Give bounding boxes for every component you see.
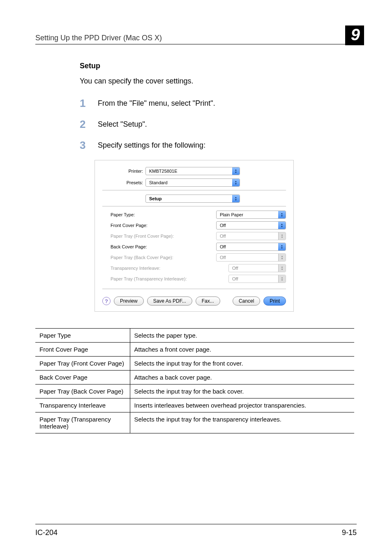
chevron-updown-icon <box>278 254 286 261</box>
tray-front-label: Paper Tray (Front Cover Page): <box>111 234 174 239</box>
section-heading: Setup <box>80 62 354 70</box>
transparency-value: Off <box>229 266 241 271</box>
step-text: Specify settings for the following: <box>98 139 205 150</box>
desc-cell: Attaches a front cover page. <box>130 343 354 357</box>
chevron-updown-icon <box>278 232 286 240</box>
step-text: From the "File" menu, select "Print". <box>98 97 215 108</box>
page-header-title: Setting Up the PPD Driver (Mac OS X) <box>35 34 162 42</box>
back-cover-label: Back Cover Page: <box>111 244 147 249</box>
term-cell: Back Cover Page <box>35 371 130 385</box>
transparency-label: Transparency Interleave: <box>111 266 160 271</box>
setup-panel: Paper Type: Plain Paper Front Cover Page… <box>102 211 286 283</box>
divider <box>102 289 286 289</box>
desc-cell: Selects the input tray for the transpare… <box>130 412 354 433</box>
tray-back-value: Off <box>217 255 229 260</box>
chevron-updown-icon <box>232 167 240 175</box>
desc-cell: Selects the input tray for the front cov… <box>130 357 354 371</box>
paper-type-select[interactable]: Plain Paper <box>216 211 286 219</box>
back-cover-value: Off <box>217 244 229 249</box>
print-dialog: Printer: KMBT25801E Presets: Standard Se… <box>95 160 294 312</box>
front-cover-row: Front Cover Page: Off <box>111 221 286 229</box>
back-cover-select[interactable]: Off <box>216 243 286 251</box>
preview-button[interactable]: Preview <box>114 297 144 306</box>
paper-type-label: Paper Type: <box>111 212 135 217</box>
table-row: Paper Tray (Transparency Interleave) Sel… <box>35 412 354 433</box>
paper-type-row: Paper Type: Plain Paper <box>111 211 286 219</box>
front-cover-value: Off <box>217 223 229 228</box>
print-button[interactable]: Print <box>263 297 286 306</box>
printer-row: Printer: KMBT25801E <box>102 167 286 175</box>
table-row: Paper Type Selects the paper type. <box>35 329 354 343</box>
tray-front-value: Off <box>217 234 229 239</box>
step-2: 2 Select "Setup". <box>80 118 354 131</box>
step-text: Select "Setup". <box>98 118 147 129</box>
fax-button[interactable]: Fax... <box>196 297 220 306</box>
presets-label: Presets: <box>102 180 145 185</box>
tray-trans-label: Paper Tray (Transparency Interleave): <box>111 276 187 281</box>
paper-type-value: Plain Paper <box>217 212 247 217</box>
chevron-updown-icon <box>278 243 286 250</box>
chevron-updown-icon <box>278 275 286 283</box>
transparency-select: Off <box>228 264 286 272</box>
tray-front-row: Paper Tray (Front Cover Page): Off <box>111 232 286 240</box>
transparency-row: Transparency Interleave: Off <box>111 264 286 272</box>
cancel-button[interactable]: Cancel <box>233 297 260 306</box>
pane-value: Setup <box>146 196 165 201</box>
tray-trans-select: Off <box>228 275 286 283</box>
table-row: Paper Tray (Front Cover Page) Selects th… <box>35 357 354 371</box>
desc-cell: Inserts interleaves between overhead pro… <box>130 398 354 412</box>
chapter-number: 9 <box>345 25 364 45</box>
tray-front-select: Off <box>216 232 286 240</box>
settings-description-table: Paper Type Selects the paper type. Front… <box>35 328 354 433</box>
term-cell: Paper Tray (Transparency Interleave) <box>35 412 130 433</box>
step-number: 2 <box>80 118 98 131</box>
step-number: 1 <box>80 97 98 110</box>
divider <box>102 206 286 206</box>
tray-trans-row: Paper Tray (Transparency Interleave): Of… <box>111 275 286 283</box>
footer-left: IC-204 <box>35 528 58 537</box>
tray-trans-value: Off <box>229 276 241 281</box>
save-as-pdf-button[interactable]: Save As PDF... <box>147 297 192 306</box>
page-footer: IC-204 9-15 <box>35 524 357 537</box>
printer-label: Printer: <box>102 169 145 174</box>
table-row: Transparency Interleave Inserts interlea… <box>35 398 354 412</box>
presets-row: Presets: Standard <box>102 178 286 187</box>
presets-value: Standard <box>146 180 171 185</box>
section-intro: You can specify the cover settings. <box>80 77 354 86</box>
step-number: 3 <box>80 139 98 152</box>
pane-select[interactable]: Setup <box>145 195 240 203</box>
divider <box>102 190 286 190</box>
tray-back-row: Paper Tray (Back Cover Page): Off <box>111 253 286 262</box>
back-cover-row: Back Cover Page: Off <box>111 243 286 251</box>
desc-cell: Selects the input tray for the back cove… <box>130 385 354 398</box>
term-cell: Paper Tray (Front Cover Page) <box>35 357 130 371</box>
desc-cell: Selects the paper type. <box>130 329 354 343</box>
dialog-footer: ? Preview Save As PDF... Fax... Cancel P… <box>102 297 286 306</box>
presets-select[interactable]: Standard <box>145 178 240 187</box>
term-cell: Transparency Interleave <box>35 398 130 412</box>
tray-back-select: Off <box>216 253 286 262</box>
chevron-updown-icon <box>232 179 240 186</box>
front-cover-label: Front Cover Page: <box>111 223 148 228</box>
printer-value: KMBT25801E <box>146 169 180 174</box>
desc-cell: Attaches a back cover page. <box>130 371 354 385</box>
step-3: 3 Specify settings for the following: <box>80 139 354 152</box>
chevron-updown-icon <box>232 195 240 202</box>
chevron-updown-icon <box>278 222 286 229</box>
chevron-updown-icon <box>278 211 286 218</box>
printer-select[interactable]: KMBT25801E <box>145 167 240 175</box>
term-cell: Front Cover Page <box>35 343 130 357</box>
term-cell: Paper Tray (Back Cover Page) <box>35 385 130 398</box>
step-1: 1 From the "File" menu, select "Print". <box>80 97 354 110</box>
term-cell: Paper Type <box>35 329 130 343</box>
tray-back-label: Paper Tray (Back Cover Page): <box>111 255 173 260</box>
pane-row: Setup <box>102 195 286 203</box>
help-button[interactable]: ? <box>102 297 111 305</box>
front-cover-select[interactable]: Off <box>216 221 286 229</box>
footer-right: 9-15 <box>342 528 357 537</box>
table-row: Front Cover Page Attaches a front cover … <box>35 343 354 357</box>
table-row: Back Cover Page Attaches a back cover pa… <box>35 371 354 385</box>
table-row: Paper Tray (Back Cover Page) Selects the… <box>35 385 354 398</box>
chevron-updown-icon <box>278 264 286 272</box>
